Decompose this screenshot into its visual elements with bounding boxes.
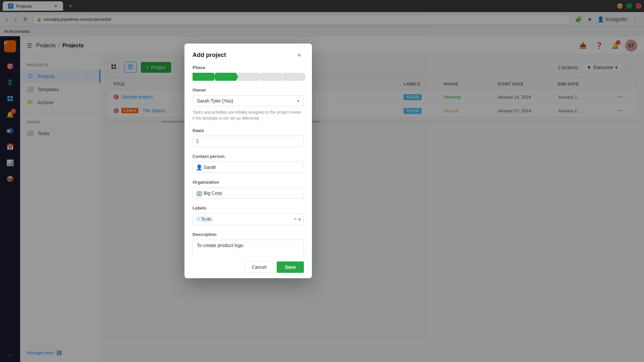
add-project-modal: Add project × Phase Owner S bbox=[184, 44, 312, 278]
description-label: Description bbox=[193, 232, 304, 237]
labels-select[interactable]: × To-do × ▾ bbox=[193, 213, 304, 225]
labels-clear-icon[interactable]: × bbox=[294, 216, 297, 222]
label-tag-text: To-do bbox=[201, 217, 211, 222]
labels-controls: × ▾ bbox=[294, 216, 301, 223]
contact-person-label: Contact person bbox=[193, 154, 304, 159]
deals-section: Deals $ bbox=[193, 128, 304, 147]
deals-input[interactable] bbox=[193, 136, 304, 147]
label-tag-todo: × To-do bbox=[196, 216, 213, 222]
owner-select-wrapper: Sarah Tyler (You) bbox=[193, 95, 304, 107]
modal-header: Add project × bbox=[184, 44, 312, 65]
phase-step-5[interactable] bbox=[283, 73, 304, 81]
phase-step-1[interactable] bbox=[193, 73, 214, 81]
save-button[interactable]: Save bbox=[277, 261, 304, 273]
contact-person-section: Contact person 👤 bbox=[193, 154, 304, 173]
contact-input-wrapper: 👤 bbox=[193, 162, 304, 173]
owner-label: Owner bbox=[193, 87, 304, 93]
modal-footer: Cancel Save bbox=[184, 256, 312, 278]
owner-select[interactable]: Sarah Tyler (You) bbox=[193, 95, 304, 107]
organization-input[interactable] bbox=[193, 187, 304, 199]
labels-label: Labels bbox=[193, 205, 304, 210]
modal-title: Add project bbox=[193, 52, 226, 59]
deals-dollar-icon: $ bbox=[196, 138, 199, 144]
deals-input-wrapper: $ bbox=[193, 136, 304, 147]
phase-progress-bar bbox=[193, 73, 304, 81]
contact-person-icon: 👤 bbox=[196, 164, 203, 171]
owner-hint-text: Tasks and activities are initially assig… bbox=[193, 109, 304, 121]
modal-body: Phase Owner Sarah Tyler (You) Tasks a bbox=[184, 65, 312, 256]
organization-label: Organization bbox=[193, 180, 304, 185]
modal-close-button[interactable]: × bbox=[294, 50, 304, 60]
label-tag-remove-icon[interactable]: × bbox=[198, 217, 200, 222]
phase-step-4[interactable] bbox=[260, 73, 281, 81]
org-input-wrapper: 🏢 bbox=[193, 187, 304, 199]
description-section: Description To create product logo bbox=[193, 232, 304, 256]
organization-section: Organization 🏢 bbox=[193, 180, 304, 199]
description-textarea[interactable]: To create product logo bbox=[193, 240, 304, 256]
cancel-button[interactable]: Cancel bbox=[245, 261, 274, 273]
owner-value: Sarah Tyler (You) bbox=[197, 98, 233, 104]
organization-icon: 🏢 bbox=[196, 190, 203, 196]
phase-section: Phase bbox=[193, 65, 304, 81]
phase-step-3[interactable] bbox=[237, 73, 259, 81]
owner-section: Owner Sarah Tyler (You) Tasks and activi… bbox=[193, 87, 304, 121]
phase-step-2[interactable] bbox=[215, 73, 236, 81]
phase-label: Phase bbox=[193, 65, 304, 70]
labels-dropdown-icon[interactable]: ▾ bbox=[298, 216, 301, 223]
deals-label: Deals bbox=[193, 128, 304, 133]
labels-section: Labels × To-do × ▾ bbox=[193, 205, 304, 225]
modal-overlay: Add project × Phase Owner S bbox=[0, 0, 644, 362]
contact-person-input[interactable] bbox=[193, 162, 304, 173]
